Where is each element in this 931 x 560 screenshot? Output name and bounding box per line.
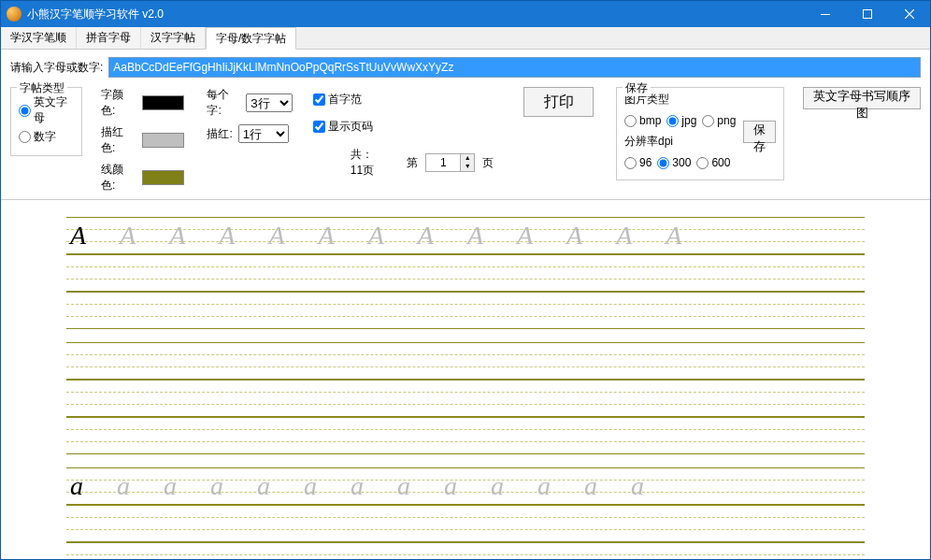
radio-300[interactable]: 300 [657,156,691,169]
print-button[interactable]: 打印 [523,87,594,117]
dpi-label: 分辨率dpi [624,134,736,150]
trace-letter: A [368,221,384,251]
trace-letter: A [268,221,284,251]
radio-96[interactable]: 96 [624,156,652,169]
save-button[interactable]: 保存 [743,121,776,143]
save-group: 保存 图片类型 bmp jpg png 分辨率dpi 96 300 600 [616,87,784,180]
trace-letter: A [616,221,632,251]
trace-letter: a [351,471,364,501]
trace-letter: A [169,221,185,251]
tab-bar: 学汉字笔顺 拼音字母 汉字字帖 字母/数字字帖 [1,27,930,50]
trace-lines-label: 描红: [207,126,232,142]
per-char-select[interactable]: 3行 [246,93,292,112]
save-group-title: 保存 [623,80,651,96]
per-char-label: 每个字: [207,87,240,119]
trace-letter: A [467,221,483,251]
trace-letter: a [210,471,223,501]
model-letter: A [70,221,86,251]
page-down-icon[interactable]: ▼ [461,163,474,171]
tab-hanzi-copybook[interactable]: 汉字字帖 [141,27,206,49]
radio-600[interactable]: 600 [696,156,730,169]
tab-pinyin[interactable]: 拼音字母 [77,27,141,49]
font-color-label: 字颜色: [101,87,135,119]
svg-rect-1 [863,10,871,19]
trace-letter: a [584,471,597,501]
trace-letter: a [444,471,457,501]
line-color-label: 线颜色: [101,162,135,194]
preview-area[interactable]: AAAAAAAAAAAAAaaaaaaaaaaaaa [1,200,930,559]
trace-color-label: 描红色: [101,124,135,156]
radio-png[interactable]: png [702,114,736,127]
maximize-button[interactable] [846,1,888,27]
trace-letter: a [257,471,270,501]
page-post: 页 [482,155,494,171]
input-label: 请输入字母或数字: [10,60,103,76]
page-spinner[interactable]: ▲▼ [425,153,475,172]
model-letter: a [70,471,83,501]
type-group: 字帖类型 英文字母 数字 [10,87,82,156]
main-input[interactable] [108,57,921,78]
trace-letter: A [517,221,533,251]
trace-letter: A [666,221,681,251]
trace-letter: a [397,471,410,501]
tab-letter-number[interactable]: 字母/数字字帖 [206,27,296,50]
page-up-icon[interactable]: ▲ [461,154,474,163]
total-pages: 共：11页 [351,147,381,179]
trace-letter: a [491,471,504,501]
app-icon [7,7,21,22]
trace-letter: A [566,221,582,251]
radio-number[interactable]: 数字 [19,129,74,145]
trace-letter: a [537,471,551,501]
minimize-button[interactable] [804,1,846,27]
radio-english[interactable]: 英文字母 [19,94,74,126]
close-button[interactable] [888,1,930,27]
check-first-model[interactable]: 首字范 [313,92,494,108]
trace-letter: A [120,221,136,251]
trace-letter: a [164,471,177,501]
trace-lines-select[interactable]: 1行 [238,124,289,143]
svg-rect-0 [821,14,830,15]
line-color-swatch[interactable] [142,170,185,185]
font-color-swatch[interactable] [142,95,185,110]
trace-letter: A [319,221,335,251]
stroke-order-button[interactable]: 英文字母书写顺序图 [803,87,921,109]
tab-hanzi-stroke[interactable]: 学汉字笔顺 [1,27,77,49]
trace-letter: a [304,471,317,501]
trace-letter: A [219,221,235,251]
page-input[interactable] [426,154,460,171]
check-show-page[interactable]: 显示页码 [313,119,494,135]
trace-letter: a [117,471,130,501]
type-group-title: 字帖类型 [17,80,67,96]
page-pre: 第 [407,155,418,171]
trace-letter: a [631,471,644,501]
window-title: 小熊汉字笔顺学习软件 v2.0 [27,7,804,22]
radio-jpg[interactable]: jpg [666,114,696,127]
trace-color-swatch[interactable] [142,133,185,148]
trace-letter: A [418,221,434,251]
radio-bmp[interactable]: bmp [624,114,661,127]
titlebar: 小熊汉字笔顺学习软件 v2.0 [1,1,930,27]
